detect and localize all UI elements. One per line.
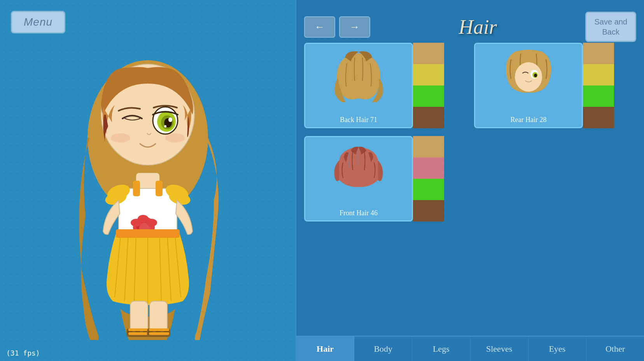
swatch-green-3[interactable]: [413, 179, 444, 200]
hair-items-grid: Back Hair 71: [304, 43, 636, 221]
svg-point-42: [168, 117, 172, 122]
swatch-dark-brown-2[interactable]: [583, 107, 614, 128]
rear-hair-label: Rear Hair 28: [475, 116, 582, 124]
svg-point-43: [164, 125, 166, 127]
nav-left-button[interactable]: ←: [304, 16, 335, 38]
svg-point-50: [534, 74, 537, 77]
top-controls: ← → Hair Save andBack: [304, 12, 636, 42]
svg-rect-36: [149, 332, 169, 335]
rear-hair-preview[interactable]: Rear Hair 28: [474, 43, 583, 128]
front-hair-swatches: [413, 136, 444, 221]
svg-rect-23: [130, 301, 148, 332]
swatch-brown[interactable]: [413, 43, 444, 64]
swatch-pink[interactable]: [413, 157, 444, 179]
character-display: [47, 37, 249, 340]
hair-item-front: Front Hair 46: [304, 136, 466, 221]
svg-rect-22: [116, 229, 180, 238]
swatch-brown-3[interactable]: [413, 136, 444, 157]
swatch-yellow[interactable]: [413, 64, 444, 85]
section-title: Hair: [374, 16, 581, 38]
svg-rect-24: [150, 301, 167, 332]
swatch-dark-brown[interactable]: [413, 107, 444, 128]
tab-legs[interactable]: Legs: [412, 337, 470, 361]
hair-item-back: Back Hair 71: [304, 43, 466, 128]
tab-hair[interactable]: Hair: [296, 337, 354, 361]
svg-rect-30: [128, 332, 149, 335]
swatch-yellow-2[interactable]: [583, 64, 614, 85]
swatch-dark-brown-3[interactable]: [413, 200, 444, 221]
svg-rect-29: [128, 328, 149, 331]
back-hair-swatches: [413, 43, 444, 128]
back-hair-label: Back Hair 71: [305, 116, 412, 124]
svg-rect-35: [149, 328, 169, 331]
tab-body[interactable]: Body: [354, 337, 412, 361]
nav-right-button[interactable]: →: [339, 16, 370, 38]
right-panel: ← → Hair Save andBack: [296, 0, 644, 361]
back-hair-preview[interactable]: Back Hair 71: [304, 43, 413, 128]
tab-sleeves[interactable]: Sleeves: [471, 337, 528, 361]
swatch-green-2[interactable]: [583, 85, 614, 107]
tab-eyes[interactable]: Eyes: [528, 337, 586, 361]
bottom-navigation: Hair Body Legs Sleeves Eyes Other: [296, 336, 644, 361]
save-back-button[interactable]: Save andBack: [585, 12, 636, 42]
svg-point-45: [111, 133, 130, 143]
svg-point-46: [165, 133, 185, 143]
svg-rect-7: [133, 181, 140, 196]
character-area: [0, 0, 296, 361]
swatch-brown-2[interactable]: [583, 43, 614, 64]
svg-point-14: [138, 215, 149, 223]
front-hair-preview[interactable]: Front Hair 46: [304, 136, 413, 221]
hair-item-rear: Rear Hair 28: [474, 43, 636, 128]
rear-hair-swatches: [583, 43, 614, 128]
svg-point-47: [515, 62, 542, 92]
front-hair-label: Front Hair 46: [305, 209, 412, 217]
swatch-green[interactable]: [413, 85, 444, 107]
svg-rect-8: [156, 181, 163, 196]
tab-other[interactable]: Other: [586, 337, 644, 361]
